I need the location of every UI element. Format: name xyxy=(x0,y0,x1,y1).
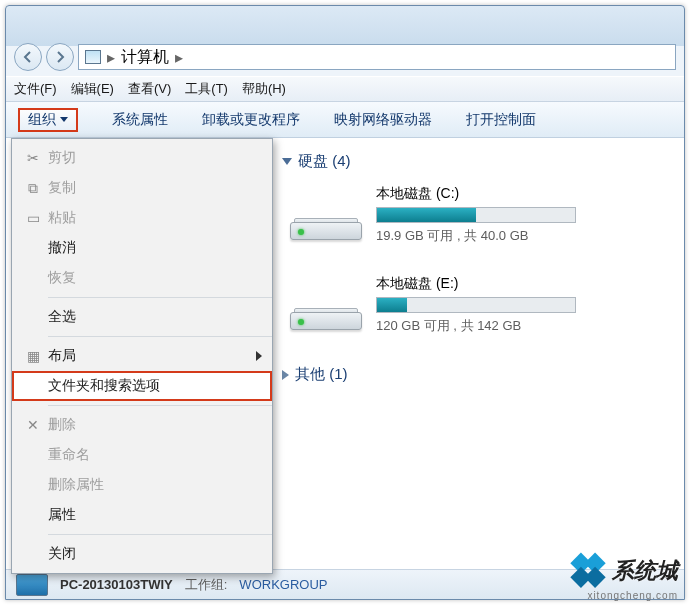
status-pcname: PC-20130103TWIY xyxy=(60,577,173,592)
section-other[interactable]: 其他 (1) xyxy=(282,365,674,384)
hdd-icon xyxy=(290,190,362,240)
section-hdd-label: 硬盘 (4) xyxy=(298,152,351,171)
expand-icon xyxy=(282,370,289,380)
toolbar-sysprops[interactable]: 系统属性 xyxy=(112,111,168,129)
hdd-icon xyxy=(290,280,362,330)
watermark-logo-icon xyxy=(563,546,614,597)
back-button[interactable] xyxy=(14,43,42,71)
menu-paste[interactable]: ▭粘贴 xyxy=(12,203,272,233)
menu-folder-options[interactable]: 文件夹和搜索选项 xyxy=(12,371,272,401)
section-other-label: 其他 (1) xyxy=(295,365,348,384)
submenu-arrow-icon xyxy=(256,351,262,361)
menu-view[interactable]: 查看(V) xyxy=(128,80,171,98)
toolbar: 组织 系统属性 卸载或更改程序 映射网络驱动器 打开控制面 xyxy=(6,102,684,138)
menu-properties[interactable]: 属性 xyxy=(12,500,272,530)
watermark: 系统城 xyxy=(570,553,678,589)
menu-separator xyxy=(48,534,272,535)
drive-free: 19.9 GB 可用 , 共 40.0 GB xyxy=(376,227,576,245)
organize-menu: ✂剪切 ⧉复制 ▭粘贴 撤消 恢复 全选 ▦布局 文件夹和搜索选项 ✕删除 重命… xyxy=(11,138,273,574)
usage-bar xyxy=(376,297,576,313)
nav-row: ▸ 计算机 ▸ xyxy=(6,38,684,76)
drive-item[interactable]: 本地磁盘 (C:) 19.9 GB 可用 , 共 40.0 GB xyxy=(290,185,674,245)
organize-button[interactable]: 组织 xyxy=(18,108,78,132)
drive-info: 本地磁盘 (E:) 120 GB 可用 , 共 142 GB xyxy=(376,275,576,335)
status-workgroup: WORKGROUP xyxy=(239,577,327,592)
drive-free: 120 GB 可用 , 共 142 GB xyxy=(376,317,576,335)
window-frame: ▸ 计算机 ▸ 文件(F) 编辑(E) 查看(V) 工具(T) 帮助(H) 组织… xyxy=(5,5,685,600)
menu-tools[interactable]: 工具(T) xyxy=(185,80,228,98)
menu-file[interactable]: 文件(F) xyxy=(14,80,57,98)
menu-bar: 文件(F) 编辑(E) 查看(V) 工具(T) 帮助(H) xyxy=(6,76,684,102)
menu-copy[interactable]: ⧉复制 xyxy=(12,173,272,203)
section-hdd[interactable]: 硬盘 (4) xyxy=(282,152,674,171)
watermark-text: 系统城 xyxy=(612,556,678,586)
copy-icon: ⧉ xyxy=(18,180,48,197)
menu-separator xyxy=(48,405,272,406)
usage-bar xyxy=(376,207,576,223)
menu-redo[interactable]: 恢复 xyxy=(12,263,272,293)
menu-undo[interactable]: 撤消 xyxy=(12,233,272,263)
organize-label: 组织 xyxy=(28,111,56,129)
menu-cut[interactable]: ✂剪切 xyxy=(12,143,272,173)
collapse-icon xyxy=(282,158,292,165)
menu-help[interactable]: 帮助(H) xyxy=(242,80,286,98)
drive-item[interactable]: 本地磁盘 (E:) 120 GB 可用 , 共 142 GB xyxy=(290,275,674,335)
toolbar-uninstall[interactable]: 卸载或更改程序 xyxy=(202,111,300,129)
delete-icon: ✕ xyxy=(18,417,48,433)
paste-icon: ▭ xyxy=(18,210,48,226)
menu-removeprops[interactable]: 删除属性 xyxy=(12,470,272,500)
toolbar-mapdrive[interactable]: 映射网络驱动器 xyxy=(334,111,432,129)
layout-icon: ▦ xyxy=(18,348,48,364)
forward-button[interactable] xyxy=(46,43,74,71)
menu-rename[interactable]: 重命名 xyxy=(12,440,272,470)
menu-separator xyxy=(48,336,272,337)
breadcrumb-root[interactable]: 计算机 xyxy=(121,47,169,68)
menu-separator xyxy=(48,297,272,298)
breadcrumb-sep-icon: ▸ xyxy=(175,48,183,67)
computer-icon xyxy=(85,50,101,64)
scissors-icon: ✂ xyxy=(18,150,48,166)
drive-name: 本地磁盘 (E:) xyxy=(376,275,576,293)
menu-layout[interactable]: ▦布局 xyxy=(12,341,272,371)
computer-icon xyxy=(16,574,48,596)
drive-name: 本地磁盘 (C:) xyxy=(376,185,576,203)
drive-info: 本地磁盘 (C:) 19.9 GB 可用 , 共 40.0 GB xyxy=(376,185,576,245)
watermark-sub: xitongcheng.com xyxy=(587,590,678,601)
menu-edit[interactable]: 编辑(E) xyxy=(71,80,114,98)
chevron-down-icon xyxy=(60,117,68,122)
drive-list: 硬盘 (4) 本地磁盘 (C:) 19.9 GB 可用 , 共 40.0 GB … xyxy=(272,138,684,398)
toolbar-controlpanel[interactable]: 打开控制面 xyxy=(466,111,536,129)
status-workgroup-label: 工作组: xyxy=(185,576,228,594)
address-bar[interactable]: ▸ 计算机 ▸ xyxy=(78,44,676,70)
menu-close[interactable]: 关闭 xyxy=(12,539,272,569)
menu-selectall[interactable]: 全选 xyxy=(12,302,272,332)
menu-delete[interactable]: ✕删除 xyxy=(12,410,272,440)
breadcrumb-sep-icon: ▸ xyxy=(107,48,115,67)
